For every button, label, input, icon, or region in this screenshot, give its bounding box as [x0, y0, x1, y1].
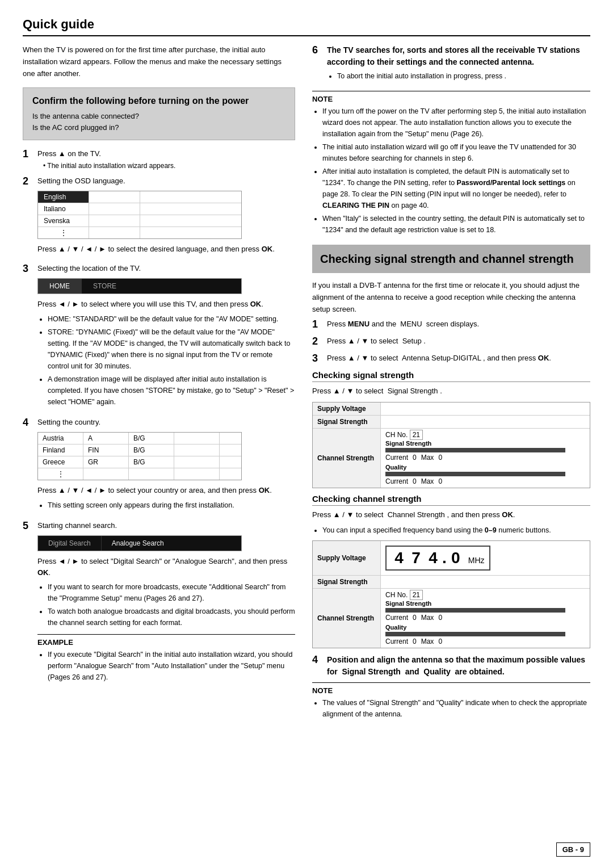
digital-search-option[interactable]: Digital Search: [38, 536, 102, 551]
max-qual-1: 0: [438, 477, 442, 485]
step-r1-text: Press MENU and the MENU screen displays.: [327, 318, 590, 330]
step-r1: 1 Press MENU and the MENU screen display…: [312, 318, 590, 331]
lang-row-svenska: Svenska: [38, 215, 241, 227]
frequency-display[interactable]: 4 7 4 . 0 MHz: [385, 546, 490, 571]
lang-english[interactable]: English: [38, 191, 89, 203]
signal-bar-2: [385, 608, 565, 613]
page: Quick guide When the TV is powered on fo…: [0, 0, 613, 868]
left-column: When the TV is powered on for the first …: [23, 44, 295, 842]
location-note: Press ◄ / ► to select where you will use…: [37, 299, 295, 310]
current-qual-2: 0: [413, 638, 417, 645]
freq-d4: 0: [448, 549, 464, 567]
section-heading: Checking signal strength and channel str…: [312, 245, 590, 273]
step-1: 1 Press ▲ on the TV. • The initial auto …: [23, 148, 295, 171]
example-box: EXAMPLE If you execute "Digital Search" …: [37, 634, 295, 683]
language-note: Press ▲ / ▼ / ◄ / ► to select the desire…: [37, 244, 295, 255]
step5-text: Starting channel search.: [37, 520, 295, 531]
step-4: 4 Setting the country. Austria A B/G: [23, 417, 295, 515]
lang-row-dots: ⋮: [38, 227, 241, 238]
step6-main: The TV searches for, sorts and stores al…: [327, 44, 590, 68]
signal-bar-1: [385, 448, 565, 452]
channel-strength-table: Supply Voltage 4 7 4 . 0 MHz: [312, 540, 590, 648]
freq-d3: 4: [425, 549, 441, 567]
search-table: Digital Search Analogue Search: [37, 535, 242, 551]
signal-press-line: Press ▲ / ▼ to select Signal Strength .: [312, 385, 590, 397]
max-qual-2: 0: [438, 638, 442, 645]
note-box-right: NOTE If you turn off the power on the TV…: [312, 91, 590, 236]
channel-press-line: Press ▲ / ▼ to select Channel Strength ,…: [312, 509, 590, 521]
intro-text: When the TV is powered on for the first …: [23, 44, 295, 79]
location-bullets: HOME: "STANDARD" will be the default val…: [48, 313, 295, 408]
page-title: Quick guide: [23, 17, 590, 36]
note-box-bottom: NOTE The values of "Signal Strength" and…: [312, 682, 590, 720]
signal-strength-table: Supply Voltage Signal Strength Channel S…: [312, 402, 590, 488]
step-3: 3 Selecting the location of the TV. HOME…: [23, 263, 295, 412]
freq-unit: MHz: [468, 556, 485, 567]
step1-text: Press ▲ on the TV.: [37, 148, 295, 160]
confirm-box: Confirm the following before turning on …: [23, 87, 295, 140]
lang-row-italiano: Italiano: [38, 203, 241, 215]
step-2: 2 Setting the OSD language. English Ital…: [23, 175, 295, 258]
ch-no-1[interactable]: 21: [410, 430, 423, 440]
step-6: 6 The TV searches for, sorts and stores …: [312, 44, 590, 86]
right-column: 6 The TV searches for, sorts and stores …: [312, 44, 590, 842]
max-val-2: 0: [438, 614, 442, 622]
step-r2-text: Press ▲ / ▼ to select Setup .: [327, 336, 590, 347]
quality-bar-1: [385, 472, 565, 476]
country-note: Press ▲ / ▼ / ◄ / ► to select your count…: [37, 485, 295, 496]
step1-sub: • The initial auto installation wizard a…: [43, 161, 295, 171]
ch-no-2[interactable]: 21: [410, 590, 423, 600]
step-r3: 3 Press ▲ / ▼ to select Antenna Setup-DI…: [312, 353, 590, 365]
lang-italiano[interactable]: Italiano: [38, 203, 89, 215]
analogue-search-option[interactable]: Analogue Search: [102, 536, 174, 551]
step-r4: 4 Position and align the antenna so that…: [312, 654, 590, 678]
page-badge: GB - 9: [556, 842, 590, 857]
current-qual-1: 0: [413, 477, 417, 485]
current-val-1: 0: [413, 454, 417, 462]
search-note: Press ◄ / ► to select "Digital Search" o…: [37, 556, 295, 578]
checking-signal-heading: Checking signal strength: [312, 370, 590, 382]
confirm-line1: Is the antenna cable connected?Is the AC…: [32, 111, 285, 133]
language-table: English Italiano Svenska: [37, 191, 242, 239]
step2-text: Setting the OSD language.: [37, 175, 295, 187]
example-label: EXAMPLE: [37, 638, 295, 647]
lang-svenska[interactable]: Svenska: [38, 215, 89, 227]
section-title: Checking signal strength and channel str…: [320, 251, 582, 266]
step4-text: Setting the country.: [37, 417, 295, 428]
checking-channel-heading: Checking channel strength: [312, 494, 590, 506]
step-r3-text: Press ▲ / ▼ to select Antenna Setup-DIGI…: [327, 353, 590, 364]
step3-text: Selecting the location of the TV.: [37, 263, 295, 274]
current-val-2: 0: [413, 614, 417, 622]
quality-bar-2: [385, 632, 565, 636]
step-r4-text: Position and align the antenna so that t…: [327, 654, 590, 678]
country-table: Austria A B/G Finland FIN B/G: [37, 432, 242, 480]
freq-d1: 4: [391, 549, 407, 567]
step-r2: 2 Press ▲ / ▼ to select Setup .: [312, 336, 590, 348]
note-label-bottom: NOTE: [312, 686, 590, 695]
freq-d2: 7: [408, 549, 424, 567]
location-store[interactable]: STORE: [82, 279, 128, 293]
section-intro: If you install a DVB-T antenna for the f…: [312, 280, 590, 315]
location-table: HOME STORE: [37, 278, 242, 294]
max-val-1: 0: [438, 454, 442, 462]
confirm-heading: Confirm the following before turning on …: [32, 96, 285, 106]
lang-row-english: English: [38, 191, 241, 203]
location-home[interactable]: HOME: [38, 279, 82, 293]
step-5: 5 Starting channel search. Digital Searc…: [23, 520, 295, 688]
note-label-right: NOTE: [312, 95, 590, 103]
